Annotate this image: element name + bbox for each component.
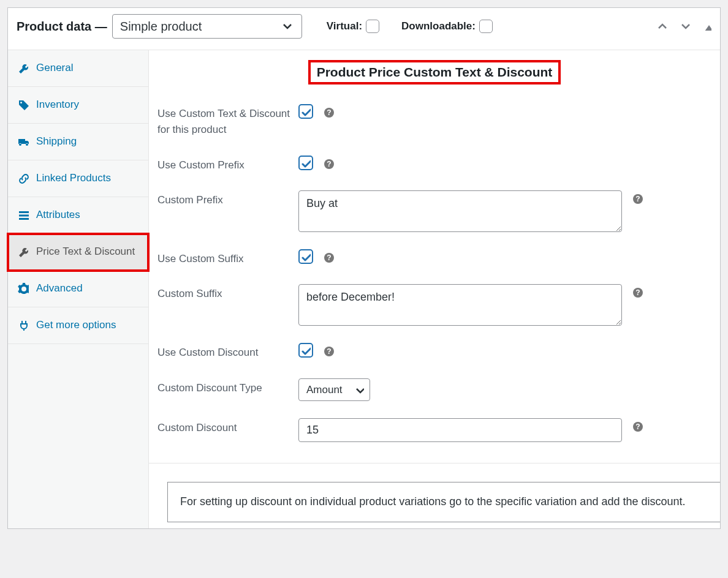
note-area: For setting up discount on individual pr… (149, 463, 720, 522)
panel-body: General Inventory Shipping Linked Produc… (8, 50, 720, 528)
help-icon[interactable] (632, 421, 643, 432)
tab-content: Product Price Custom Text & Discount Use… (149, 50, 720, 528)
section-title-wrap: Product Price Custom Text & Discount (149, 50, 720, 84)
tab-attributes[interactable]: Attributes (8, 197, 148, 234)
textarea-custom-prefix[interactable] (298, 190, 622, 232)
help-icon[interactable] (632, 193, 643, 204)
tab-label: General (36, 61, 73, 75)
checkbox-use-custom[interactable] (298, 104, 313, 119)
virtual-label: Virtual: (327, 20, 362, 32)
tab-shipping[interactable]: Shipping (8, 124, 148, 160)
row-discount-type: Custom Discount Type Amount (149, 370, 720, 410)
section-title: Product Price Custom Text & Discount (308, 60, 561, 84)
tab-price-text-discount[interactable]: Price Text & Discount (8, 234, 148, 271)
label-custom-prefix: Custom Prefix (157, 190, 298, 208)
wrench-icon (18, 62, 29, 73)
row-use-custom: Use Custom Text & Discount for this prod… (149, 96, 720, 147)
tag-icon (18, 99, 29, 110)
tab-advanced[interactable]: Advanced (8, 271, 148, 307)
row-use-discount: Use Custom Discount (149, 334, 720, 369)
panel-header: Product data — Simple product Virtual: D… (8, 8, 720, 50)
virtual-toggle[interactable]: Virtual: (327, 20, 379, 33)
plug-icon (18, 320, 29, 331)
help-icon[interactable] (632, 287, 643, 298)
help-icon[interactable] (323, 107, 334, 118)
select-discount-type[interactable]: Amount (298, 378, 370, 401)
label-use-suffix: Use Custom Suffix (157, 249, 298, 267)
tab-linked-products[interactable]: Linked Products (8, 160, 148, 197)
product-type-select-wrap: Simple product (112, 14, 302, 39)
help-icon[interactable] (323, 158, 334, 169)
product-data-panel: Product data — Simple product Virtual: D… (7, 7, 721, 529)
tab-label: Price Text & Discount (36, 245, 135, 259)
panel-header-controls (656, 20, 711, 32)
row-custom-suffix: Custom Suffix (149, 276, 720, 334)
list-icon (18, 209, 29, 220)
row-custom-prefix: Custom Prefix (149, 182, 720, 241)
input-discount[interactable] (298, 418, 622, 442)
product-type-select[interactable]: Simple product (112, 14, 302, 39)
collapse-toggle[interactable] (703, 22, 711, 31)
label-custom-suffix: Custom Suffix (157, 284, 298, 302)
tab-label: Linked Products (36, 171, 111, 186)
move-down-button[interactable] (680, 20, 692, 32)
label-use-discount: Use Custom Discount (157, 343, 298, 361)
label-discount-type: Custom Discount Type (157, 378, 298, 396)
move-up-button[interactable] (656, 20, 669, 32)
row-use-suffix: Use Custom Suffix (149, 241, 720, 276)
virtual-checkbox[interactable] (366, 20, 379, 33)
downloadable-toggle[interactable]: Downloadable: (401, 20, 493, 33)
tab-get-more-options[interactable]: Get more options (8, 307, 148, 344)
label-use-custom: Use Custom Text & Discount for this prod… (157, 104, 298, 138)
tab-label: Inventory (36, 98, 79, 112)
select-discount-type-wrap: Amount (298, 378, 370, 401)
downloadable-label: Downloadable: (401, 20, 476, 32)
checkbox-use-prefix[interactable] (298, 156, 313, 170)
textarea-custom-suffix[interactable] (298, 284, 622, 326)
row-discount: Custom Discount (149, 410, 720, 451)
truck-icon (18, 136, 29, 147)
tab-inventory[interactable]: Inventory (8, 87, 148, 124)
label-use-prefix: Use Custom Prefix (157, 156, 298, 173)
wrench-icon (18, 246, 29, 257)
help-icon[interactable] (323, 345, 334, 356)
label-discount: Custom Discount (157, 418, 298, 436)
checkbox-use-discount[interactable] (298, 343, 313, 358)
tab-label: Advanced (36, 282, 83, 296)
link-icon (18, 173, 29, 184)
help-icon[interactable] (323, 252, 334, 263)
tabs-sidebar: General Inventory Shipping Linked Produc… (8, 50, 149, 528)
gear-icon (18, 283, 29, 294)
tab-label: Attributes (36, 208, 80, 222)
row-use-prefix: Use Custom Prefix (149, 147, 720, 182)
header-checks: Virtual: Downloadable: (327, 20, 493, 33)
tab-general[interactable]: General (8, 50, 148, 87)
checkbox-use-suffix[interactable] (298, 249, 313, 264)
downloadable-checkbox[interactable] (479, 20, 493, 33)
tab-label: Shipping (36, 135, 77, 149)
variation-note: For setting up discount on individual pr… (167, 482, 720, 522)
tab-label: Get more options (36, 318, 116, 332)
panel-title: Product data — (17, 20, 107, 34)
